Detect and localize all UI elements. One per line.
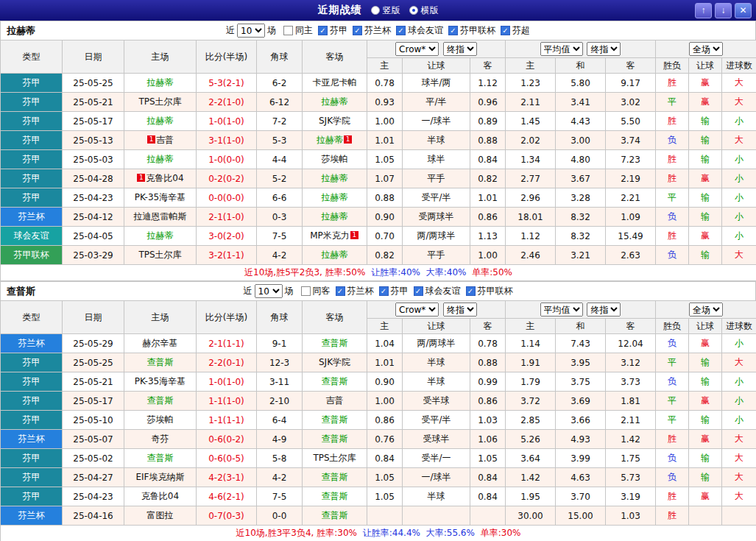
handicap-away-odds-cell: 0.84: [470, 150, 506, 169]
away-team-cell[interactable]: 查普斯: [303, 430, 367, 449]
away-team-cell[interactable]: 拉赫蒂: [303, 246, 367, 265]
filter-checkbox[interactable]: ✓球会友谊: [396, 24, 443, 37]
filter-checkbox[interactable]: 同主: [283, 24, 313, 37]
scroll-down-button[interactable]: ↓: [715, 3, 732, 18]
away-team-cell[interactable]: 莎埃帕: [303, 150, 367, 169]
date-cell: 25-04-28: [63, 169, 124, 188]
home-team-cell[interactable]: 拉赫蒂: [124, 227, 197, 246]
date-cell: 25-05-29: [63, 334, 124, 353]
radio-horizontal[interactable]: 横版: [409, 4, 439, 17]
fulltime-select[interactable]: 全场: [689, 42, 723, 56]
avg-draw-odds-cell: 4.93: [556, 430, 606, 449]
home-team-cell[interactable]: PK-35海辛基: [124, 188, 197, 208]
result-cell: 平: [656, 188, 689, 208]
away-team-cell[interactable]: 查普斯: [303, 468, 367, 487]
avg-draw-odds-cell: 4.80: [556, 150, 606, 169]
away-team-cell[interactable]: 查普斯: [303, 334, 367, 353]
checkbox-label: 芬兰杯: [347, 285, 374, 297]
away-team-cell[interactable]: 查普斯: [303, 487, 367, 506]
home-team-cell[interactable]: 查普斯: [124, 449, 197, 468]
corners-cell: 5-2: [257, 169, 303, 188]
home-team-cell[interactable]: 1克鲁比04: [124, 169, 197, 188]
table-row: 芬甲25-04-23PK-35海辛基0-0(0-0)6-6拉赫蒂0.88受平/半…: [1, 188, 756, 208]
away-team-name: 吉普: [326, 395, 344, 406]
home-team-cell[interactable]: EIF埃克纳斯: [124, 468, 197, 487]
away-team-cell[interactable]: 查普斯: [303, 372, 367, 392]
home-team-cell[interactable]: 赫尔辛基: [124, 334, 197, 353]
close-button[interactable]: ✕: [735, 3, 752, 18]
home-team-name: PK-35海辛基: [135, 376, 186, 386]
away-team-cell[interactable]: 拉赫蒂: [303, 169, 367, 188]
red-card-badge: 1: [137, 174, 145, 182]
filter-checkbox[interactable]: ✓芬甲: [318, 24, 347, 37]
avg-away-odds-cell: 1.81: [606, 392, 656, 411]
away-team-cell[interactable]: 拉赫蒂: [303, 208, 367, 227]
score-cell: 5-3(2-1): [197, 74, 257, 93]
away-team-cell[interactable]: 拉赫蒂1: [303, 131, 367, 150]
handicap-home-odds-cell: 1.04: [367, 334, 403, 353]
avg-draw-odds-cell: 3.66: [556, 411, 606, 430]
filter-checkbox[interactable]: ✓芬超: [501, 24, 530, 37]
filter-checkbox[interactable]: 同客: [301, 285, 331, 297]
home-team-cell[interactable]: 富图拉: [124, 506, 197, 526]
handicap-away-odds-cell: 0.86: [470, 208, 506, 227]
odds-stage-select[interactable]: 终指: [443, 303, 477, 317]
filter-checkbox[interactable]: ✓球会友谊: [414, 285, 461, 297]
result-cell: 负: [656, 449, 689, 468]
handicap-result-cell: 输: [689, 112, 722, 131]
home-team-cell[interactable]: 拉赫蒂: [124, 112, 197, 131]
home-team-cell[interactable]: 拉赫蒂: [124, 74, 197, 93]
date-cell: 25-05-02: [63, 449, 124, 468]
filter-checkbox[interactable]: ✓芬兰杯: [353, 24, 391, 37]
corners-cell: 6-4: [257, 411, 303, 430]
recent-count-select[interactable]: 10: [237, 24, 265, 38]
away-team-cell[interactable]: 吉普: [303, 392, 367, 411]
home-team-cell[interactable]: 克鲁比04: [124, 487, 197, 506]
average-select[interactable]: 平均值: [540, 42, 583, 56]
average-select[interactable]: 平均值: [540, 303, 583, 317]
filter-checkbox[interactable]: ✓芬兰杯: [336, 285, 374, 297]
handicap-result-cell: 输: [689, 468, 722, 487]
avg-away-odds-cell: 2.11: [606, 411, 656, 430]
odds-stage-select[interactable]: 终指: [443, 42, 477, 56]
handicap-away-odds-cell: 0.78: [470, 334, 506, 353]
away-team-cell[interactable]: 拉赫蒂: [303, 93, 367, 112]
handicap-home-odds-cell: 1.07: [367, 169, 403, 188]
avg-stage-select[interactable]: 终指: [587, 303, 621, 317]
league-cell: 芬甲: [1, 188, 63, 208]
table-row: 芬兰杯25-04-16富图拉0-7(0-3)0-0查普斯30.0015.001.…: [1, 506, 756, 526]
bookmaker-select[interactable]: Crow*: [395, 42, 439, 56]
away-team-cell[interactable]: TPS土尔库: [303, 449, 367, 468]
away-team-cell[interactable]: SJK学院: [303, 353, 367, 372]
home-team-cell[interactable]: 查普斯: [124, 353, 197, 372]
checkbox-label: 同主: [295, 24, 313, 37]
filter-checkbox[interactable]: ✓芬甲联杯: [466, 285, 513, 297]
radio-vertical[interactable]: 竖版: [371, 4, 400, 17]
home-team-cell[interactable]: 1吉普: [124, 131, 197, 150]
scroll-up-button[interactable]: ↑: [695, 3, 712, 18]
checkbox-icon: ✓: [336, 286, 345, 296]
handicap-result-cell: 赢: [689, 392, 722, 411]
avg-draw-odds-cell: 8.32: [556, 208, 606, 227]
bookmaker-select[interactable]: Crow*: [395, 303, 439, 317]
away-team-cell[interactable]: 卡亚尼卡帕: [303, 74, 367, 93]
home-team-cell[interactable]: 莎埃帕: [124, 411, 197, 430]
away-team-cell[interactable]: MP米克力1: [303, 227, 367, 246]
recent-count-select[interactable]: 10: [255, 284, 283, 298]
fulltime-select[interactable]: 全场: [689, 303, 723, 317]
filter-checkbox[interactable]: ✓芬甲: [379, 285, 409, 297]
home-team-cell[interactable]: 奇芬: [124, 430, 197, 449]
home-team-cell[interactable]: 查普斯: [124, 392, 197, 411]
home-team-cell[interactable]: TPS土尔库: [124, 246, 197, 265]
away-team-cell[interactable]: 拉赫蒂: [303, 188, 367, 208]
home-team-cell[interactable]: PK-35海辛基: [124, 372, 197, 392]
away-team-cell[interactable]: 查普斯: [303, 411, 367, 430]
away-team-cell[interactable]: 查普斯: [303, 506, 367, 526]
home-team-cell[interactable]: 拉迪恩雷帕斯: [124, 208, 197, 227]
filter-checkbox[interactable]: ✓芬甲联杯: [448, 24, 495, 37]
away-team-name: 莎埃帕: [322, 154, 348, 164]
home-team-cell[interactable]: 拉赫蒂: [124, 150, 197, 169]
away-team-cell[interactable]: SJK学院: [303, 112, 367, 131]
avg-stage-select[interactable]: 终指: [587, 42, 621, 56]
home-team-cell[interactable]: TPS土尔库: [124, 93, 197, 112]
